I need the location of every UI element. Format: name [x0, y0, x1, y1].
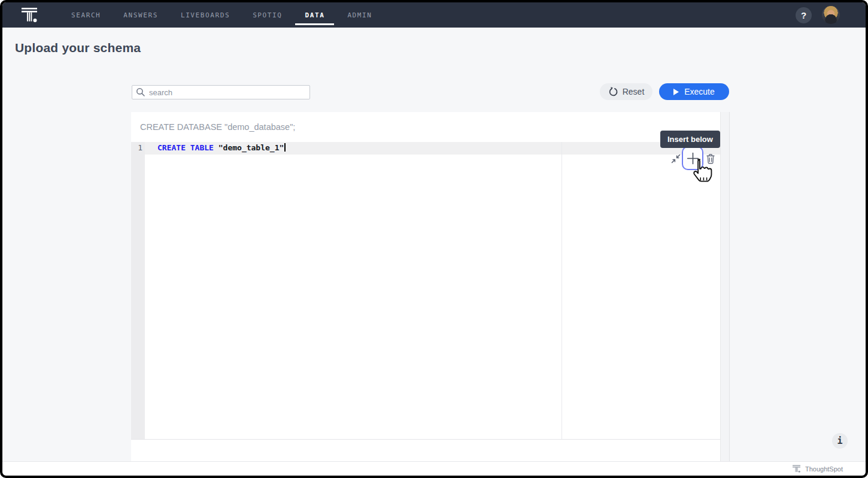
reset-icon — [608, 87, 618, 97]
top-navbar: SEARCH ANSWERS LIVEBOARDS SPOTIQ DATA AD… — [2, 2, 866, 28]
delete-statement-button[interactable] — [704, 152, 717, 166]
trash-icon — [705, 153, 717, 165]
user-avatar[interactable] — [822, 6, 840, 24]
database-statement: CREATE DATABASE "demo_database"; — [140, 122, 295, 132]
tab-search[interactable]: SEARCH — [62, 2, 110, 28]
code-editor[interactable]: 1 CREATE TABLE "demo_table_1" — [131, 142, 720, 440]
collapse-icon — [671, 154, 681, 164]
reset-button[interactable]: Reset — [600, 83, 652, 100]
line-number: 1 — [131, 143, 142, 152]
search-box — [132, 85, 310, 99]
footer: ThoughtSpot — [2, 461, 866, 476]
sql-identifier: "demo_table_1" — [214, 143, 284, 152]
search-input[interactable] — [149, 88, 306, 97]
play-icon — [673, 89, 679, 95]
tab-liveboards[interactable]: LIVEBOARDS — [171, 2, 239, 28]
code-line[interactable]: CREATE TABLE "demo_table_1" — [157, 143, 286, 152]
page-title: Upload your schema — [15, 41, 141, 55]
nav-tabs: SEARCH ANSWERS LIVEBOARDS SPOTIQ DATA AD… — [60, 2, 384, 28]
schema-editor-panel: CREATE DATABASE "demo_database"; 1 CREAT… — [131, 112, 720, 461]
app-window: SEARCH ANSWERS LIVEBOARDS SPOTIQ DATA AD… — [2, 2, 866, 476]
help-button[interactable]: ? — [796, 7, 812, 23]
tab-answers[interactable]: ANSWERS — [114, 2, 168, 28]
editor-actions-divider — [562, 142, 562, 439]
line-number-gutter — [131, 142, 145, 439]
insert-below-button[interactable] — [682, 146, 703, 170]
execute-label: Execute — [684, 87, 715, 96]
tab-data[interactable]: DATA — [295, 2, 334, 28]
search-icon — [136, 87, 145, 97]
panel-scrollbar-track[interactable] — [720, 112, 730, 461]
footer-brand-label: ThoughtSpot — [805, 465, 843, 473]
tab-admin[interactable]: ADMIN — [338, 2, 381, 28]
execute-button[interactable]: Execute — [659, 83, 729, 100]
thoughtspot-logo-icon[interactable] — [20, 6, 38, 24]
sql-keyword: CREATE TABLE — [157, 143, 214, 152]
reset-label: Reset — [623, 87, 645, 96]
tab-spotiq[interactable]: SPOTIQ — [243, 2, 292, 28]
plus-icon — [687, 152, 699, 165]
insert-below-tooltip: Insert below — [660, 131, 720, 148]
thoughtspot-footer-logo-icon — [792, 464, 801, 473]
info-button[interactable]: i — [832, 433, 848, 449]
collapse-statement-button[interactable] — [670, 153, 682, 164]
text-cursor — [284, 143, 286, 152]
